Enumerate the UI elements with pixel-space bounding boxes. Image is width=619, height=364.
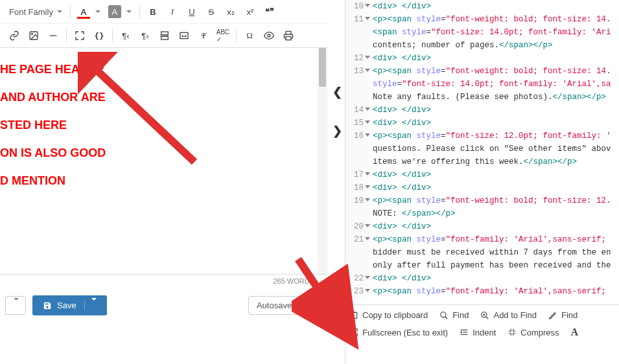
subscript-button[interactable]: x₂ [222, 3, 240, 21]
editor-line: HE PAGE HEADER [0, 61, 327, 78]
fold-icon[interactable] [365, 133, 370, 137]
caret-down-icon[interactable] [95, 10, 100, 13]
compress-button[interactable]: Compress [508, 326, 559, 338]
font-family-dropdown[interactable]: Font Family [5, 5, 66, 19]
code-text[interactable]: only after full payment has been receive… [369, 259, 611, 272]
line-number [345, 207, 369, 220]
add-find-button[interactable]: Add to Find [480, 310, 537, 320]
clear-format-button[interactable]: T [194, 27, 213, 45]
strike-button[interactable]: S [202, 3, 220, 21]
code-text[interactable]: <div> </div> [369, 220, 431, 233]
code-text[interactable]: bidder must be received within 7 days fr… [369, 246, 611, 259]
hr-button[interactable] [44, 27, 62, 45]
code-text[interactable]: <div> </div> [369, 181, 431, 194]
pagebreak-button[interactable] [156, 27, 174, 45]
image-button[interactable] [25, 27, 43, 45]
collapse-right-button[interactable]: ❯ [329, 123, 345, 139]
scrollbar-thumb[interactable] [319, 48, 326, 87]
code-text[interactable]: NOTE: </span></p> [369, 207, 456, 220]
fold-icon[interactable] [365, 56, 370, 59]
code-text[interactable]: <p><span style="font-weight: bold; font-… [369, 65, 611, 78]
editor-content[interactable]: HE PAGE HEADER AND AUTHOR ARE STED HERE … [0, 48, 327, 213]
omega-button[interactable]: Ω [240, 27, 259, 45]
editor-line: ON IS ALSO GOOD [0, 144, 327, 162]
code-text[interactable]: style="font-size: 14.0pt; font-family: '… [369, 78, 611, 91]
fold-icon[interactable] [365, 289, 370, 292]
code-text[interactable]: <p><span style="font-family: 'Arial',san… [369, 285, 611, 298]
line-number: 23 [345, 285, 369, 298]
codeview-button[interactable]: {} [90, 27, 108, 45]
search-icon [439, 311, 449, 320]
blockquote-button[interactable]: ❝❞ [261, 3, 279, 21]
code-text[interactable]: <div> </div> [369, 168, 431, 181]
font-button[interactable]: A [571, 326, 579, 338]
fullscreen-button[interactable] [71, 27, 89, 45]
code-text[interactable]: <p><span style="font-weight: bold; font-… [369, 194, 611, 207]
word-count: 265 WORDS [0, 275, 327, 288]
find-more-button[interactable]: Find [548, 310, 578, 320]
code-line: 11<p><span style="font-weight: bold; fon… [345, 13, 619, 26]
fold-icon[interactable] [365, 224, 370, 227]
superscript-button[interactable]: x² [241, 3, 259, 21]
caret-down-icon [14, 298, 19, 310]
fold-icon[interactable] [365, 237, 370, 240]
code-text[interactable]: <p><span style="font-weight: bold; font-… [369, 13, 611, 26]
find-button[interactable]: Find [439, 310, 469, 320]
fullscreen-action-button[interactable]: Fullscreen (Esc to exit) [349, 326, 448, 338]
italic-button[interactable]: I [163, 3, 181, 21]
fold-icon[interactable] [365, 185, 370, 188]
fold-icon[interactable] [365, 120, 370, 124]
nbsp-button[interactable] [175, 27, 193, 45]
print-button[interactable] [279, 27, 298, 45]
editor-area[interactable]: HE PAGE HEADER AND AUTHOR ARE STED HERE … [0, 48, 327, 275]
copy-clipboard-button[interactable]: Copy to clipboard [349, 310, 428, 320]
font-color-button[interactable]: A [75, 3, 93, 21]
link-button[interactable] [5, 27, 23, 45]
fold-icon[interactable] [365, 198, 370, 201]
action-dropdown[interactable] [5, 296, 26, 315]
code-text[interactable]: <p><span style="font-family: 'Arial',san… [369, 233, 611, 246]
fullscreen-icon [349, 328, 358, 337]
fold-icon[interactable] [365, 17, 370, 20]
bold-button[interactable]: B [144, 3, 162, 21]
line-number: 11 [345, 13, 369, 26]
rtl-button[interactable]: ¶› [136, 27, 154, 45]
bg-color-button[interactable]: A [106, 3, 124, 21]
line-number [345, 91, 369, 104]
fold-icon[interactable] [365, 108, 370, 111]
code-text[interactable]: <div> </div> [369, 52, 431, 65]
fold-icon[interactable] [365, 172, 370, 176]
fold-icon[interactable] [365, 4, 370, 7]
save-button[interactable]: Save [32, 295, 107, 315]
code-line: 15<div> </div> [345, 117, 619, 130]
indent-button[interactable]: Indent [460, 326, 496, 338]
code-text[interactable]: <div> </div> [369, 0, 431, 13]
code-text[interactable]: <div> </div> [369, 272, 431, 285]
caret-down-icon[interactable] [126, 10, 132, 13]
code-area[interactable]: 10<div> </div>11<p><span style="font-wei… [345, 0, 619, 304]
save-split[interactable] [84, 301, 97, 310]
autosave-button[interactable]: Autosave off [248, 296, 322, 315]
code-panel: 10<div> </div>11<p><span style="font-wei… [345, 0, 619, 364]
underline-button[interactable]: U [183, 3, 201, 21]
line-number: 21 [345, 233, 369, 246]
divider [66, 29, 67, 42]
code-text[interactable]: contents; number of pages.</span></p> [369, 39, 553, 52]
code-text[interactable]: Note any faults. (Please see photos).</s… [369, 91, 606, 104]
code-text[interactable]: <span style="font-size: 14.0pt; font-fam… [369, 26, 611, 39]
code-text[interactable]: questions. Please click on "See other it… [369, 142, 611, 155]
fold-icon[interactable] [365, 276, 370, 279]
collapse-left-button[interactable]: ❮ [329, 84, 345, 100]
code-text[interactable]: items we're offering this week.</span></… [369, 155, 577, 168]
editor-panel: Font Family A A B I U S x₂ x² ❝❞ [0, 0, 327, 364]
code-text[interactable]: <p><span style="font-size: 12.0pt; font-… [369, 130, 611, 142]
save-icon [43, 301, 52, 310]
spellcheck-button[interactable]: ABC✓ [214, 27, 232, 45]
code-text[interactable]: <div> </div> [369, 104, 431, 117]
code-text[interactable]: <div> </div> [369, 117, 431, 130]
ltr-button[interactable]: ¶‹ [117, 27, 135, 45]
preview-button[interactable] [260, 27, 278, 45]
editor-line: AND AUTHOR ARE [0, 89, 327, 106]
fold-icon[interactable] [365, 69, 370, 72]
scrollbar[interactable] [318, 48, 327, 274]
